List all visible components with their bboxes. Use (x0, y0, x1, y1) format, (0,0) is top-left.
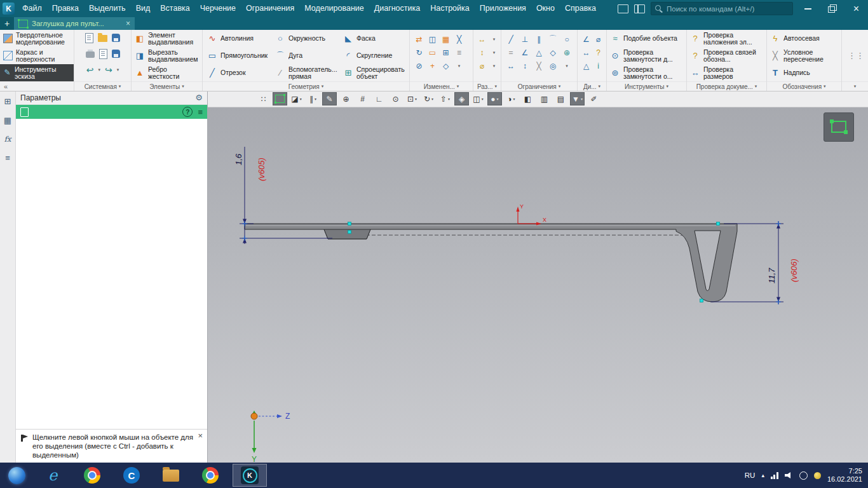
modify-tool-icon[interactable]: ↻ (416, 48, 422, 57)
language-indicator[interactable]: RU (745, 471, 756, 479)
constraint-tool-icon[interactable]: ⊕ (564, 48, 570, 57)
document-tab[interactable]: Заглушка для пульт... × (14, 17, 135, 30)
menu-item-help[interactable]: Справка (560, 0, 601, 17)
diagnostic-tool-icon[interactable]: ⌀ (596, 35, 600, 44)
hint-close-icon[interactable]: × (198, 431, 203, 440)
section-caret-icon[interactable]: ▾ (559, 84, 561, 89)
modify-tool-icon[interactable]: ⇄ (416, 35, 422, 44)
delete-objects-button[interactable]: ◪▾ (289, 92, 304, 105)
constraint-tool-icon[interactable]: ⊥ (522, 35, 528, 44)
constraint-tool-icon[interactable]: ↔ (507, 62, 515, 71)
dim-objects-button[interactable]: ◑▾ (504, 92, 519, 105)
menu-item-edit[interactable]: Правка (47, 0, 84, 17)
modify-tool-icon[interactable]: ◫ (429, 35, 436, 44)
volume-icon[interactable] (785, 471, 793, 479)
constraint-tool-icon[interactable]: ○ (564, 35, 569, 44)
section-caret-icon[interactable]: ▾ (457, 84, 459, 89)
constraint-tool-icon[interactable]: ⌒ (549, 34, 557, 44)
rectangle-button[interactable]: ▭Прямоугольник (204, 47, 272, 64)
dimension-check-button[interactable]: ↔Проверка размеров (687, 64, 766, 81)
command-search-input[interactable] (651, 2, 793, 15)
shaded-view-button[interactable]: ◈ (454, 92, 469, 105)
section-caret-icon[interactable]: ▾ (119, 84, 121, 89)
auto-axis-button[interactable]: ϟАвтоосевая (767, 30, 841, 47)
section-caret-icon[interactable]: ▾ (495, 84, 498, 89)
taskbar-chrome2-button[interactable] (191, 463, 230, 488)
menu-item-file[interactable]: Файл (17, 0, 47, 17)
document-properties-icon[interactable] (99, 49, 107, 59)
panel-menu-icon[interactable]: ≡ (5, 153, 10, 163)
zoom-button[interactable]: ⊙ (388, 92, 403, 105)
sketch-edit-button[interactable]: ✎ (322, 92, 337, 105)
section-caret-icon[interactable]: ▾ (854, 84, 857, 89)
redo-button[interactable]: ↪ (105, 65, 112, 74)
fx-variables-icon[interactable]: fx (4, 135, 11, 144)
constraint-tool-icon[interactable]: ╳ (536, 62, 541, 71)
local-cs-button[interactable] (273, 92, 287, 105)
cut-extrude-button[interactable]: ◨ Вырезать выдавливанием (132, 47, 202, 64)
part-profile[interactable] (245, 224, 737, 302)
zoom-area-button[interactable]: ⊡▾ (405, 92, 419, 105)
modify-caret-icon[interactable]: ▾ (458, 64, 461, 69)
diagnostic-tool-icon[interactable]: △ (583, 62, 589, 71)
antivirus-icon[interactable] (814, 472, 821, 479)
menu-item-applications[interactable]: Приложения (475, 0, 531, 17)
undo-button[interactable]: ↩ (86, 65, 94, 74)
hide-objects-button[interactable]: ●▾ (487, 92, 502, 105)
diagnostic-tool-icon[interactable]: ∠ (583, 35, 590, 44)
taskbar-chrome-button[interactable] (72, 463, 112, 488)
save-icon[interactable] (112, 34, 120, 42)
dimension-tool-icon[interactable]: ↕ (480, 48, 484, 57)
section-caret-icon[interactable]: ▾ (182, 84, 184, 89)
constraint-tool-icon[interactable]: ∠ (522, 48, 529, 57)
mode-solid-modeling[interactable]: Твердотельное моделирование (0, 30, 74, 47)
autoline-button[interactable]: ∿Автолиния (204, 30, 272, 47)
menu-item-window[interactable]: Окно (531, 0, 560, 17)
modify-tool-icon[interactable]: ≡ (457, 48, 461, 57)
open-document-icon[interactable] (98, 35, 107, 42)
construction-line-button[interactable]: ∕Вспомогатель... прямая (272, 64, 340, 81)
modify-tool-icon[interactable]: ▦ (442, 35, 449, 44)
clip-box-button[interactable]: ▥ (537, 92, 552, 105)
section-view-button[interactable]: ◧ (520, 92, 535, 105)
new-document-tab-button[interactable]: + (0, 17, 14, 30)
minimize-button[interactable] (799, 0, 817, 17)
constraint-tool-icon[interactable]: ◎ (550, 62, 556, 71)
taskbar-browser-e-button[interactable]: e (33, 463, 72, 488)
section-caret-icon[interactable]: ▾ (666, 84, 668, 89)
constraint-tool-icon[interactable]: △ (536, 48, 541, 57)
snap-grid-button[interactable]: ∷ (256, 92, 271, 105)
properties-grid-icon[interactable]: ▦ (4, 116, 11, 125)
clock[interactable]: 7:25 16.02.2021 (827, 467, 862, 484)
save-all-icon[interactable] (112, 50, 120, 58)
section-caret-icon[interactable]: ▾ (322, 84, 324, 89)
menu-item-settings[interactable]: Настройка (425, 0, 475, 17)
maximize-button[interactable] (823, 0, 841, 17)
segment-button[interactable]: ╱Отрезок (204, 64, 272, 81)
new-document-icon[interactable] (85, 33, 93, 43)
mode-surfaces[interactable]: Каркас и поверхности (0, 47, 74, 64)
taskbar-app-c-button[interactable]: C (112, 463, 151, 488)
ortho-button[interactable]: ∟ (372, 92, 386, 105)
menu-item-drawing[interactable]: Черчение (195, 0, 241, 17)
network-icon[interactable] (799, 471, 808, 480)
close-button[interactable]: × (847, 0, 865, 17)
chamfer-button[interactable]: ◣Фаска (340, 30, 408, 47)
constraint-caret-icon[interactable]: ▾ (566, 64, 568, 69)
closed-contour-check-button[interactable]: ⊚Проверка замкнутости о... (607, 64, 686, 81)
diagnostic-tool-icon[interactable]: ? (596, 48, 600, 57)
links-check-button[interactable]: ?Проверка связей обозна... (687, 47, 766, 64)
menu-item-select[interactable]: Выделить (84, 0, 131, 17)
network-signal-icon[interactable] (771, 471, 778, 479)
tree-list-icon[interactable]: ≡ (198, 107, 203, 117)
taskbar-kompas-button[interactable]: K (233, 464, 266, 486)
taskbar-folder-button[interactable] (151, 463, 191, 488)
menu-item-constraints[interactable]: Ограничения (241, 0, 299, 17)
tray-expand-icon[interactable]: ▴ (761, 472, 764, 478)
modify-tool-icon[interactable]: ⊞ (442, 48, 449, 57)
modify-tool-icon[interactable]: + (430, 62, 435, 71)
diagnostic-tool-icon[interactable]: i (597, 62, 599, 71)
parameters-tree-icon[interactable]: ⊞ (4, 97, 11, 106)
circle-button[interactable]: ○Окружность (272, 30, 340, 47)
appearance-button[interactable]: ▤ (553, 92, 568, 105)
